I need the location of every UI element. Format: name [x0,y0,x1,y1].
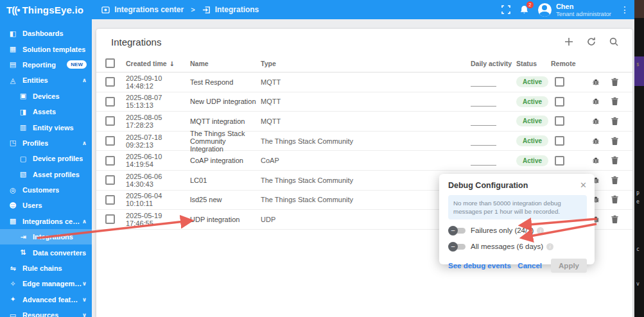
refresh-button[interactable] [584,35,598,49]
see-debug-events-link[interactable]: See debug events [448,262,511,270]
table-header-row: Created time↓ Name Type Daily activity S… [96,55,632,73]
row-checkbox[interactable] [105,195,115,205]
failures-only-toggle[interactable]: – [448,227,466,234]
row-checkbox[interactable] [105,77,115,87]
row-checkbox[interactable] [105,175,115,185]
select-all-checkbox[interactable] [105,58,115,68]
debug-bug-icon[interactable] [591,97,600,106]
chevron-up-icon: ∧ [82,140,87,146]
more-options-icon[interactable]: ⋮ [620,4,629,15]
debug-bug-icon[interactable] [591,137,600,146]
asset-profiles-icon: ▧ [18,170,28,178]
solution-templates-icon: ▦ [8,45,18,53]
app-logo[interactable]: T((• ThingsEye.io [0,4,92,15]
remote-checkbox[interactable] [555,97,564,107]
sidebar-item-customers[interactable]: ◎ Customers [0,182,92,198]
profiles-icon: ◳ [8,139,18,147]
delete-trash-icon[interactable] [611,97,619,106]
sidebar-item-profiles[interactable]: ◳ Profiles ∧ [0,135,92,151]
table-row[interactable]: 2025-06-10 14:19:54 CoAP integration CoA… [96,151,632,171]
remote-checkbox[interactable] [555,136,564,146]
table-row[interactable]: 2025-08-05 17:28:23 MQTT integration MQT… [96,112,632,132]
sidebar-item-asset-profiles[interactable]: ▧ Asset profiles [0,167,92,182]
sidebar-item-integrations-center[interactable]: ▩ Integrations center ∧ [0,214,92,229]
notification-badge: 2 [527,1,534,8]
integrations-center-icon: ▩ [8,217,18,225]
apply-button[interactable]: Apply [551,259,587,273]
sidebar-item-data-converters[interactable]: ⇅ Data converters [0,244,92,260]
fullscreen-icon[interactable] [501,5,510,14]
row-checkbox[interactable] [105,214,115,224]
delete-trash-icon[interactable] [611,195,619,204]
delete-trash-icon[interactable] [611,156,619,165]
sidebar-item-entities[interactable]: ◬ Entities ∧ [0,73,92,88]
cell-name: LC01 [190,176,261,184]
sidebar-item-edge-management[interactable]: ✧ Edge management ∨ [0,276,92,291]
row-checkbox[interactable] [105,136,115,146]
row-checkbox[interactable] [105,97,115,107]
all-messages-toggle[interactable]: – [448,243,466,250]
remote-checkbox[interactable] [555,156,564,166]
notifications-bell-icon[interactable]: 2 [519,4,529,15]
sidebar-item-dashboards[interactable]: ◧ Dashboards [0,26,92,41]
sidebar-item-advanced-features[interactable]: ✦ Advanced features ∨ [0,292,92,307]
debug-bug-icon[interactable] [591,117,600,126]
breadcrumb-current: Integrations [215,5,259,14]
breadcrumb-parent[interactable]: Integrations center [114,5,184,14]
sort-desc-icon: ↓ [170,60,175,67]
search-button[interactable] [607,35,621,49]
devices-icon: ▣ [18,92,28,100]
delete-trash-icon[interactable] [611,78,619,87]
failures-only-label: Failures only (24/7) [471,227,534,234]
entity-views-icon: ▥ [18,123,28,132]
sidebar-item-resources[interactable]: ▭ Resources ∨ [0,307,92,317]
debug-bug-icon[interactable] [591,78,600,87]
user-menu[interactable]: Chen Tenant administrator [538,3,611,17]
debug-bug-icon[interactable] [591,156,600,165]
background-window-header [634,0,644,18]
user-name: Chen [556,3,611,10]
status-badge: Active [516,155,548,166]
daily-activity-sparkline [471,145,496,146]
delete-trash-icon[interactable] [611,215,619,224]
entities-icon: ◬ [8,76,18,85]
sidebar-item-rule-chains[interactable]: ⇋ Rule chains [0,261,92,276]
cell-type: The Things Stack Community [261,137,378,145]
delete-trash-icon[interactable] [611,117,619,126]
row-checkbox[interactable] [105,116,115,126]
cell-name: CoAP integration [190,157,261,164]
users-icon: ☻ [8,201,18,210]
chevron-down-icon: ∨ [82,312,87,317]
row-checkbox[interactable] [105,156,115,166]
remote-checkbox[interactable] [555,77,564,87]
cell-type: MQTT [261,98,378,105]
info-icon[interactable]: i [537,227,544,234]
logo-icon: T((• [6,4,19,15]
sidebar-item-assets[interactable]: ◨ Assets [0,104,92,119]
table-row[interactable]: 2025-08-07 15:13:13 New UDP integration … [96,92,632,112]
sidebar-item-devices[interactable]: ▣ Devices [0,89,92,104]
sidebar-item-solution-templates[interactable]: ▦ Solution templates [0,41,92,56]
breadcrumb: Integrations center > Integrations [101,5,259,14]
column-created-time[interactable]: Created time↓ [126,60,190,67]
add-integration-button[interactable] [562,35,576,49]
info-icon[interactable]: i [546,243,553,250]
table-row[interactable]: 2025-09-10 14:48:12 Test Respond MQTT Ac… [96,73,632,92]
status-badge: Active [516,116,548,126]
column-type[interactable]: Type [261,60,378,67]
sidebar-item-entity-views[interactable]: ▥ Entity views [0,119,92,135]
remote-checkbox[interactable] [555,116,564,126]
cell-type: MQTT [261,117,378,125]
sidebar-item-users[interactable]: ☻ Users [0,198,92,213]
cancel-button[interactable]: Cancel [518,262,542,270]
close-icon[interactable]: ✕ [580,180,587,190]
reporting-icon: ▤ [8,60,18,69]
sidebar-item-device-profiles[interactable]: ▢ Device profiles [0,151,92,166]
delete-trash-icon[interactable] [611,176,619,185]
table-row[interactable]: 2025-07-18 09:32:13 The Things Stack Com… [96,132,632,151]
column-name[interactable]: Name [190,60,261,67]
sidebar-item-reporting[interactable]: ▤ Reporting NEW [0,57,92,73]
delete-trash-icon[interactable] [611,137,619,146]
cell-created-time: 2025-05-19 17:46:55 [126,212,190,227]
sidebar-item-integrations[interactable]: ⇥ Integrations [0,229,92,244]
